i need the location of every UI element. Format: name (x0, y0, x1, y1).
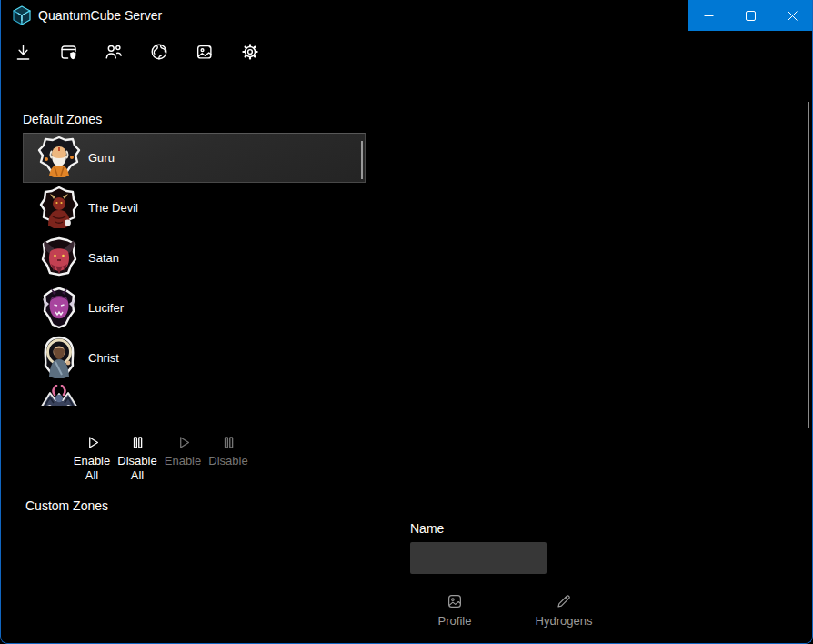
action-label: Enable (165, 454, 201, 468)
name-input[interactable] (410, 542, 547, 574)
action-label: Disable (117, 454, 156, 468)
globe-icon (149, 42, 169, 62)
zone-item-the-devil[interactable]: The Devil (23, 183, 366, 233)
settings-gear-icon (240, 42, 260, 62)
minimize-icon (704, 11, 714, 21)
maximize-button[interactable] (729, 0, 771, 31)
zone-label: Guru (88, 151, 115, 165)
christ-avatar (37, 335, 81, 382)
default-zones-list: Guru The Devil (23, 133, 366, 406)
winged-demon-avatar (37, 385, 81, 407)
pencil-icon (556, 593, 572, 609)
shield-window-icon (59, 43, 78, 62)
disable-button[interactable]: Disable (206, 434, 251, 483)
hydrogens-label: Hydrogens (536, 614, 593, 628)
window-scrollbar-thumb[interactable] (808, 102, 809, 428)
name-label: Name (410, 521, 444, 536)
zone-item-satan[interactable]: Satan (23, 233, 366, 283)
action-label: Disable (208, 454, 247, 468)
zone-label: Satan (88, 251, 119, 265)
settings-button[interactable] (227, 38, 273, 65)
list-scrollbar-thumb[interactable] (361, 141, 363, 179)
profile-image-icon (447, 593, 463, 609)
hydrogens-button[interactable]: Hydrogens (523, 593, 605, 628)
shield-window-button[interactable] (45, 38, 91, 65)
image-icon (195, 42, 215, 62)
action-label: All (131, 468, 144, 483)
close-button[interactable] (771, 0, 813, 31)
custom-zones-heading: Custom Zones (25, 498, 108, 513)
zone-item-christ[interactable]: Christ (23, 333, 366, 383)
default-zones-heading: Default Zones (23, 112, 102, 126)
zone-item-lucifer[interactable]: Lucifer (23, 283, 366, 333)
bottom-command-bar: Profile Hydrogens (0, 589, 813, 637)
devil-avatar (37, 185, 81, 232)
download-icon (14, 43, 33, 62)
zone-item-partial[interactable] (23, 383, 366, 406)
action-label: All (85, 468, 98, 483)
globe-button[interactable] (136, 38, 182, 65)
app-logo-cube-icon (11, 5, 33, 26)
zone-item-guru[interactable]: Guru (23, 133, 366, 183)
enable-all-button[interactable]: Enable All (69, 434, 115, 483)
people-button[interactable] (91, 38, 136, 65)
disable-all-button[interactable]: Disable All (115, 434, 160, 483)
zone-label: The Devil (88, 201, 138, 215)
people-icon (104, 42, 124, 62)
zone-actions: Enable All Disable All Enable Disable (69, 434, 251, 483)
pause-icon (129, 434, 146, 451)
minimize-button[interactable] (688, 0, 729, 31)
download-button[interactable] (0, 38, 45, 65)
guru-avatar (37, 135, 81, 182)
caption-controls (688, 0, 813, 31)
zone-label: Lucifer (88, 301, 124, 315)
satan-avatar (37, 235, 81, 282)
lucifer-avatar (37, 285, 81, 332)
zone-label: Christ (88, 351, 119, 365)
toolbar (0, 38, 813, 65)
enable-button[interactable]: Enable (160, 434, 206, 483)
maximize-icon (746, 11, 756, 21)
title-bar: QuantumCube Server (0, 0, 813, 31)
play-icon (175, 434, 192, 451)
app-title: QuantumCube Server (38, 0, 162, 31)
play-icon (84, 434, 101, 451)
app-window: QuantumCube Server (0, 0, 813, 644)
profile-label: Profile (438, 614, 472, 628)
profile-button[interactable]: Profile (414, 593, 496, 628)
action-label: Enable (74, 454, 110, 468)
image-button[interactable] (182, 38, 227, 65)
close-icon (788, 11, 798, 21)
pause-icon (220, 434, 237, 451)
